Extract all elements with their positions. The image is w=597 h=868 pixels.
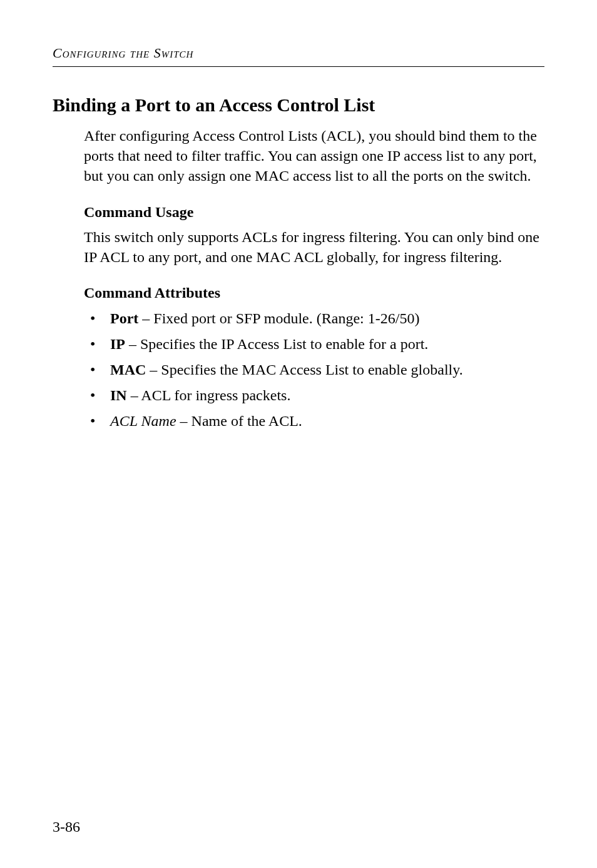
attr-term: ACL Name <box>110 413 176 429</box>
list-item: IP – Specifies the IP Access List to ena… <box>84 333 544 355</box>
attr-term: Port <box>110 310 138 326</box>
running-header: Configuring the Switch <box>53 45 544 61</box>
attr-term: IP <box>110 336 125 352</box>
page-number: 3-86 <box>53 819 80 835</box>
attr-term: MAC <box>110 361 146 378</box>
attr-desc: – Fixed port or SFP module. (Range: 1-26… <box>138 310 419 326</box>
attr-desc: – Specifies the IP Access List to enable… <box>125 336 428 352</box>
list-item: IN – ACL for ingress packets. <box>84 385 544 406</box>
attr-desc: – Name of the ACL. <box>176 413 302 429</box>
section-heading: Binding a Port to an Access Control List <box>53 93 544 117</box>
list-item: ACL Name – Name of the ACL. <box>84 410 544 432</box>
command-usage-heading: Command Usage <box>84 204 544 221</box>
command-attributes-list: Port – Fixed port or SFP module. (Range:… <box>84 308 544 431</box>
command-usage-text: This switch only supports ACLs for ingre… <box>84 227 544 268</box>
attr-desc: – Specifies the MAC Access List to enabl… <box>146 361 462 378</box>
intro-paragraph: After configuring Access Control Lists (… <box>84 126 544 186</box>
list-item: Port – Fixed port or SFP module. (Range:… <box>84 308 544 330</box>
command-attributes-heading: Command Attributes <box>84 285 544 301</box>
list-item: MAC – Specifies the MAC Access List to e… <box>84 359 544 381</box>
header-rule <box>53 66 544 67</box>
attr-desc: – ACL for ingress packets. <box>127 387 291 403</box>
attr-term: IN <box>110 387 127 403</box>
